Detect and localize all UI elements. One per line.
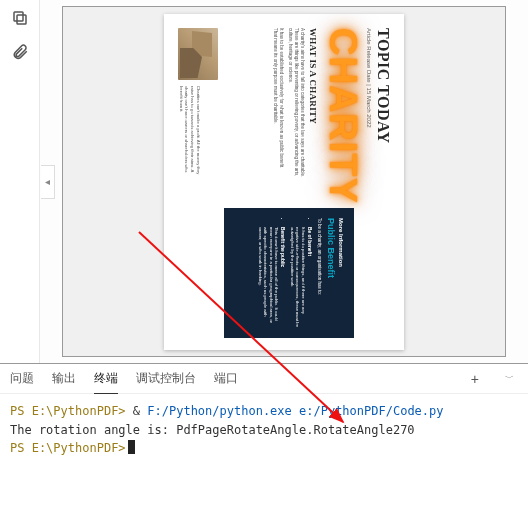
- info-public-benefit: Public Benefit: [326, 218, 336, 328]
- doc-info-panel: More Information Public Benefit To be a …: [224, 208, 354, 338]
- doc-release-date: Article Release Date | 15 March 2022: [366, 28, 372, 336]
- panel-tabs: 问题 输出 终端 调试控制台 端口 + ﹀: [0, 364, 528, 394]
- copy-icon[interactable]: [10, 8, 30, 28]
- tab-problems[interactable]: 问题: [10, 370, 34, 387]
- tab-output[interactable]: 输出: [52, 370, 76, 387]
- tab-ports[interactable]: 端口: [214, 370, 238, 387]
- doc-photo: [178, 28, 218, 80]
- tab-debug[interactable]: 调试控制台: [136, 370, 196, 387]
- pdf-viewer-pane: ◂ TOPIC TODAY Article Release Date | 15 …: [0, 0, 528, 364]
- pdf-sidebar: [0, 0, 40, 363]
- doc-heading-charity: CHARITY: [324, 28, 362, 204]
- sidebar-collapse-handle[interactable]: ◂: [41, 165, 55, 199]
- svg-rect-1: [14, 12, 23, 21]
- terminal-output[interactable]: PS E:\PythonPDF> & F:/Python/python.exe …: [0, 394, 528, 466]
- doc-bottom-text: Charities can't make a profit. All the m…: [178, 86, 201, 182]
- attachment-icon[interactable]: [10, 42, 30, 62]
- info-more: More Information: [338, 218, 344, 328]
- terminal-dropdown-icon[interactable]: ﹀: [501, 372, 518, 385]
- info-lead: To be a charity, an organisation has to:: [317, 218, 322, 328]
- pdf-document-container[interactable]: TOPIC TODAY Article Release Date | 15 Ma…: [62, 6, 506, 357]
- new-terminal-icon[interactable]: +: [467, 371, 483, 387]
- info-bullet-1: Be of benefitIt has to do positive thing…: [289, 227, 312, 328]
- doc-title: TOPIC TODAY: [374, 28, 392, 336]
- svg-rect-0: [17, 15, 26, 24]
- info-bullet-2: Benefit the publicThis doesn't have to m…: [257, 227, 285, 328]
- terminal-panel: 问题 输出 终端 调试控制台 端口 + ﹀ PS E:\PythonPDF> &…: [0, 364, 528, 517]
- tab-terminal[interactable]: 终端: [94, 370, 118, 387]
- doc-body-2: It has to be established exclusively for…: [272, 28, 284, 178]
- pdf-page: TOPIC TODAY Article Release Date | 15 Ma…: [164, 14, 404, 350]
- doc-body-1: A charity's aims have to fall into categ…: [287, 28, 305, 178]
- terminal-cursor: [128, 440, 135, 454]
